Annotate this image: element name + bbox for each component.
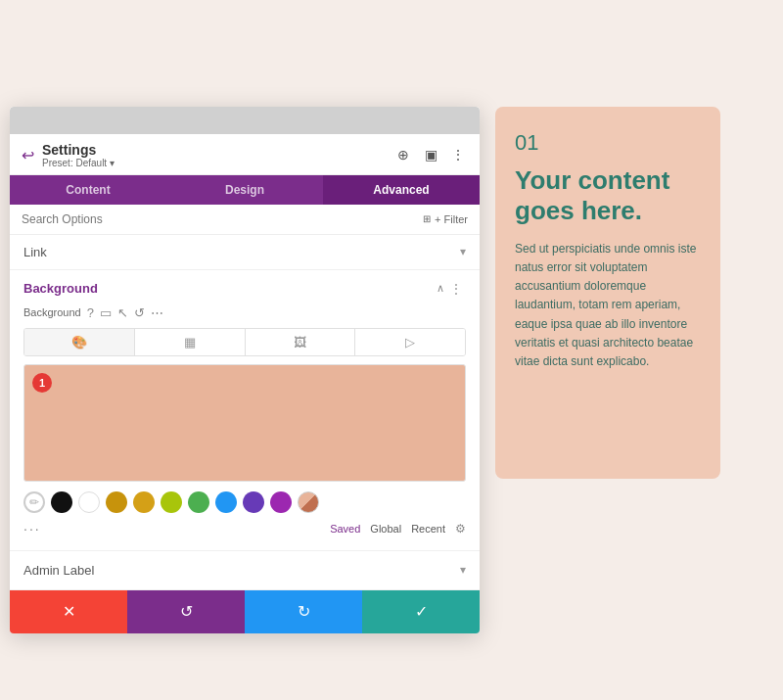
settings-title: Settings: [42, 142, 115, 158]
tab-content[interactable]: Content: [10, 175, 166, 205]
video-icon: ▷: [405, 335, 415, 350]
panel-body: Link ▾ Background ∧ ⋮ Background ? ▭: [10, 235, 480, 590]
link-chevron-icon: ▾: [460, 245, 466, 258]
bg-tabs: 🎨 ▦ 🖼 ▷: [23, 328, 466, 356]
custom-color-swatch[interactable]: ✏: [23, 491, 45, 513]
bg-tab-color[interactable]: 🎨: [24, 329, 135, 355]
background-header: Background ∧ ⋮: [23, 280, 466, 298]
back-icon[interactable]: ↩: [22, 146, 34, 164]
footer-bar: ✕ ↺ ↻ ✓: [10, 590, 480, 633]
collapse-icon[interactable]: ∧: [437, 282, 444, 295]
color-fill-icon: 🎨: [71, 335, 87, 350]
more-icon[interactable]: ⋮: [448, 145, 468, 164]
swatch-indigo[interactable]: [243, 491, 264, 513]
swatch-lime[interactable]: [161, 491, 182, 513]
filter-button[interactable]: ⊞ + Filter: [423, 213, 468, 225]
admin-label: Admin Label: [23, 563, 94, 578]
swatch-white[interactable]: [78, 491, 100, 513]
gradient-icon: ▦: [184, 335, 196, 350]
swatch-green[interactable]: [188, 491, 209, 513]
color-labels: Saved Global Recent ⚙: [330, 522, 466, 536]
admin-chevron-icon: ▾: [460, 563, 466, 577]
swatch-amber[interactable]: [106, 491, 127, 513]
settings-title-group: Settings Preset: Default ▾: [42, 142, 115, 168]
settings-header: ↩ Settings Preset: Default ▾ ⊕ ▣ ⋮: [10, 134, 480, 175]
bg-controls: Background ? ▭ ↖ ↺ ⋯: [23, 305, 466, 320]
admin-section[interactable]: Admin Label ▾: [10, 551, 480, 590]
settings-panel: ↩ Settings Preset: Default ▾ ⊕ ▣ ⋮ Conte…: [10, 107, 480, 633]
background-header-icons: ∧ ⋮: [437, 280, 466, 298]
tab-advanced[interactable]: Advanced: [323, 175, 480, 205]
link-section[interactable]: Link ▾: [10, 235, 480, 270]
image-icon: 🖼: [294, 335, 306, 350]
filter-icon: ⊞: [423, 213, 431, 224]
color-preview-area[interactable]: 1: [23, 364, 466, 482]
bg-tab-gradient[interactable]: ▦: [135, 329, 246, 355]
color-swatches: ✏: [23, 491, 466, 513]
recent-label[interactable]: Recent: [411, 523, 445, 535]
background-title: Background: [23, 281, 98, 296]
more-dots-icon[interactable]: ···: [23, 521, 41, 537]
responsive-icon[interactable]: ⊕: [393, 145, 413, 164]
layout-icon[interactable]: ▣: [421, 145, 440, 164]
preview-body: Sed ut perspiciatis unde omnis iste natu…: [515, 240, 701, 371]
color-footer: ··· Saved Global Recent ⚙: [23, 521, 466, 537]
cancel-button[interactable]: ✕: [10, 590, 127, 633]
search-bar: ⊞ + Filter: [10, 205, 480, 235]
tabs-bar: Content Design Advanced: [10, 175, 480, 205]
swatch-gradient-pencil[interactable]: [298, 491, 319, 513]
bg-tab-image[interactable]: 🖼: [246, 329, 356, 355]
filter-label: + Filter: [435, 213, 468, 225]
cursor-icon[interactable]: ↖: [117, 305, 128, 320]
global-label[interactable]: Global: [370, 523, 401, 535]
reset-icon[interactable]: ↺: [134, 305, 145, 320]
swatch-purple[interactable]: [270, 491, 292, 513]
swatch-blue[interactable]: [215, 491, 237, 513]
preview-heading: Your content goes here.: [515, 165, 701, 226]
link-label: Link: [23, 245, 47, 259]
mobile-icon[interactable]: ▭: [100, 305, 112, 320]
search-input[interactable]: [22, 212, 423, 226]
header-right: ⊕ ▣ ⋮: [393, 145, 468, 164]
save-button[interactable]: ✓: [362, 590, 480, 633]
swatch-gold[interactable]: [133, 491, 155, 513]
swatch-black[interactable]: [51, 491, 72, 513]
tab-design[interactable]: Design: [166, 175, 323, 205]
reset-button[interactable]: ↺: [127, 590, 245, 633]
header-left: ↩ Settings Preset: Default ▾: [22, 142, 115, 168]
color-settings-icon[interactable]: ⚙: [455, 522, 466, 536]
bg-options-icon[interactable]: ⋯: [151, 305, 163, 320]
saved-label[interactable]: Saved: [330, 523, 360, 535]
preview-card: 01 Your content goes here. Sed ut perspi…: [495, 107, 720, 479]
bg-controls-label: Background: [23, 306, 81, 318]
preview-number: 01: [515, 130, 701, 156]
redo-button[interactable]: ↻: [245, 590, 362, 633]
help-icon[interactable]: ?: [87, 305, 94, 320]
bg-more-icon[interactable]: ⋮: [446, 280, 466, 298]
settings-preset[interactable]: Preset: Default ▾: [42, 158, 115, 168]
layer-badge: 1: [32, 373, 52, 393]
bg-tab-video[interactable]: ▷: [355, 329, 465, 355]
background-section: Background ∧ ⋮ Background ? ▭ ↖ ↺ ⋯: [10, 270, 480, 551]
